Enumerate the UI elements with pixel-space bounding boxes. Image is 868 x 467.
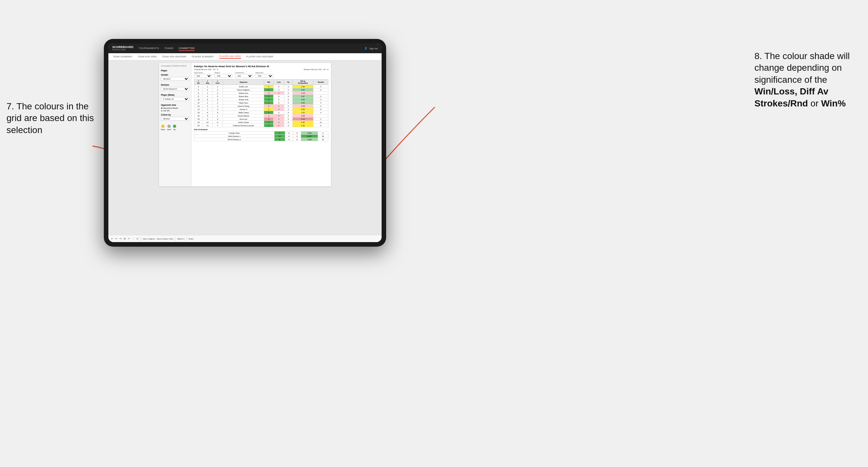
conference-select[interactable]: (All) bbox=[235, 74, 253, 78]
cell-loss: 1 bbox=[274, 118, 284, 121]
tablet-frame: SCOREBOARD Powered by clippd TOURNAMENTS… bbox=[104, 39, 386, 247]
cell-team-name: Foreign Team bbox=[194, 131, 275, 135]
watch-btn[interactable]: Watch ▾ bbox=[177, 238, 184, 240]
cell-div: 11 bbox=[194, 101, 203, 104]
cell-win: 1 bbox=[264, 111, 274, 114]
sub-nav-player-summary[interactable]: PLAYER SUMMARY bbox=[192, 55, 214, 58]
player-rank-select[interactable]: 8. Katelyn Vo bbox=[161, 97, 189, 101]
right-annotation-or: or bbox=[811, 98, 821, 108]
cell-loss: 0 bbox=[274, 111, 284, 114]
cell-tie: 0 bbox=[293, 138, 301, 141]
cell-win: 1 bbox=[264, 85, 274, 88]
sub-nav-team-h2h-heatmap[interactable]: TEAM H2H HEATMAP bbox=[162, 55, 186, 58]
nav-tournaments[interactable]: TOURNAMENTS bbox=[138, 46, 159, 51]
cell-rounds: 10 bbox=[318, 138, 328, 141]
cell-conf: 1 bbox=[212, 114, 223, 118]
col-win: Win bbox=[264, 80, 274, 85]
nav-bar: SCOREBOARD Powered by clippd TOURNAMENTS… bbox=[108, 43, 381, 53]
colour-by-select[interactable]: Win/loss bbox=[161, 117, 189, 121]
table-row: 18 2 2 Euna Lee 0 1 0 -5.00 2 bbox=[194, 118, 329, 121]
legend-dot-up bbox=[173, 125, 176, 128]
undo2-btn[interactable]: ↩ bbox=[115, 237, 118, 240]
cell-diff: 1.25 bbox=[292, 111, 313, 114]
cell-div: 20 bbox=[194, 124, 203, 127]
nav-teams[interactable]: TEAMS bbox=[164, 46, 173, 51]
radio-top100[interactable]: Top 100 bbox=[161, 110, 189, 112]
cell-conf: 3 bbox=[212, 92, 223, 95]
cell-loss: 1 bbox=[274, 121, 284, 124]
cell-loss: 0 bbox=[274, 95, 284, 98]
cut-btn[interactable]: ✂ bbox=[128, 237, 130, 240]
sep1 bbox=[141, 237, 141, 241]
cell-div: 9 bbox=[194, 95, 203, 98]
cell-div: 15 bbox=[194, 111, 203, 114]
cell-win: 5 bbox=[275, 138, 285, 141]
cell-rounds: 4 bbox=[313, 85, 329, 88]
sign-out-link[interactable]: Sign out bbox=[369, 48, 378, 50]
cell-reg: 9 bbox=[203, 114, 212, 118]
cell-tie: 0 bbox=[284, 124, 292, 127]
sub-nav-player-h2h-heatmap[interactable]: PLAYER H2H HEATMAP bbox=[246, 55, 274, 58]
opponent-select[interactable]: (All) bbox=[255, 74, 273, 78]
circle-btn[interactable]: ⊙ bbox=[136, 237, 138, 240]
player-rank-label: Player (Rank) bbox=[161, 94, 189, 96]
cell-win: 1 bbox=[264, 114, 274, 118]
cell-rounds: 3 bbox=[313, 101, 329, 104]
cell-diff: 4.00 bbox=[292, 88, 313, 92]
col-div: #Div bbox=[194, 80, 203, 85]
cell-opponent: Stella Cheng bbox=[223, 111, 264, 114]
bottom-toolbar: ↩ ↩ ↪ ⊟ ✂ ··· ⊙ View: Original Save Cust… bbox=[108, 235, 381, 242]
share-btn[interactable]: Share bbox=[188, 238, 194, 240]
region-label: Region bbox=[215, 72, 232, 74]
cell-diff: 4.00 bbox=[292, 98, 313, 101]
redo-btn[interactable]: ↪ bbox=[119, 237, 122, 240]
undo-btn[interactable]: ↩ bbox=[111, 237, 113, 240]
cell-loss: 0 bbox=[274, 98, 284, 101]
legend-dot-level bbox=[167, 125, 171, 128]
opponent-view-radio-group: Opponents Played Top 100 bbox=[161, 107, 189, 112]
col-loss: Loss bbox=[274, 80, 284, 85]
radio-opponents-played[interactable]: Opponents Played bbox=[161, 107, 189, 109]
gender-select[interactable]: Women's bbox=[161, 77, 189, 81]
out-of-division-table: Foreign Team 1 0 0 4.500 2 NAIA Division… bbox=[194, 131, 329, 141]
filters-row: Opponents: (All) Region (All) bbox=[194, 72, 329, 78]
cell-win: 2 bbox=[264, 108, 274, 111]
cell-loss: 0 bbox=[274, 101, 284, 104]
legend-dot-down bbox=[161, 125, 164, 128]
sub-nav-team-summary[interactable]: TEAM SUMMARY bbox=[113, 55, 133, 58]
tablet-screen: SCOREBOARD Powered by clippd TOURNAMENTS… bbox=[108, 43, 381, 242]
cell-loss: 0 bbox=[285, 138, 293, 141]
dots-btn[interactable]: ··· bbox=[132, 237, 134, 240]
cell-diff: 4.500 bbox=[301, 131, 318, 135]
region-select[interactable]: (All) bbox=[215, 74, 232, 78]
cell-tie: 0 bbox=[284, 111, 292, 114]
cell-tie: 0 bbox=[284, 108, 292, 111]
cell-conf: 5 bbox=[212, 111, 223, 114]
grid-btn[interactable]: ⊟ bbox=[124, 237, 126, 240]
division-select[interactable]: NCAA Division III bbox=[161, 87, 189, 91]
cell-div: 14 bbox=[194, 108, 203, 111]
sub-nav-player-h2h-grid[interactable]: PLAYER H2H GRID bbox=[219, 55, 241, 59]
col-diff: Diff AvStrokes/Rnd bbox=[292, 80, 313, 85]
table-row: 9 1 4 Sharon Mun 1 0 0 3.67 3 bbox=[194, 95, 329, 98]
cell-win: 1 bbox=[264, 88, 274, 92]
cell-reg: 1 bbox=[203, 101, 212, 104]
cell-opponent: Jessica Mason bbox=[223, 114, 264, 118]
out-division-row: NCAA Division 2 5 0 0 7.400 10 bbox=[194, 138, 329, 141]
opponents-select[interactable]: (All) bbox=[194, 74, 212, 78]
cell-reg: 6 bbox=[203, 98, 212, 101]
sub-nav-team-h2h-grid[interactable]: TEAM H2H GRID bbox=[138, 55, 157, 58]
cell-opponent: Jessica Huang bbox=[223, 104, 264, 108]
overall-record: Overall Record: 353 - 34 - 6 bbox=[194, 68, 218, 70]
nav-committee[interactable]: COMMITTEE bbox=[179, 46, 195, 51]
data-table: #Div #Reg #Conf Opponent Win Loss Tie Di… bbox=[194, 79, 329, 127]
cell-rounds: 2 bbox=[313, 104, 329, 108]
cell-opponent: Sharon Mun bbox=[223, 95, 264, 98]
cell-reg: 1 bbox=[203, 92, 212, 95]
save-custom-btn[interactable]: Save Custom View bbox=[157, 238, 173, 240]
nav-links: TOURNAMENTS TEAMS COMMITTEE bbox=[138, 46, 364, 51]
cell-loss: 0 bbox=[285, 131, 293, 135]
cell-tie: 0 bbox=[284, 98, 292, 101]
powered-text: Powered by clippd bbox=[112, 49, 133, 51]
view-original-btn[interactable]: View: Original bbox=[143, 238, 155, 240]
